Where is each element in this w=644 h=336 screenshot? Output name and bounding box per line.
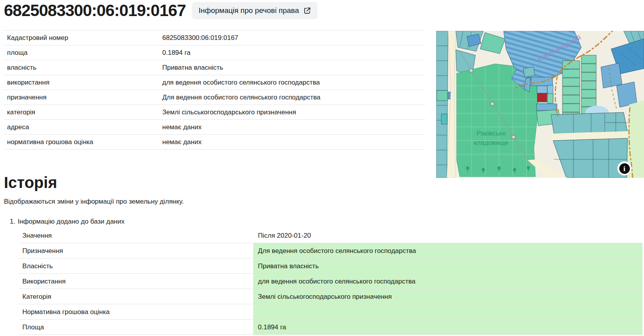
row-label: використання	[4, 75, 159, 90]
selected-parcel[interactable]	[537, 93, 547, 102]
table-row: Значення Після 2020-01-20	[19, 228, 642, 243]
row-value: для ведення особистого селянського госпо…	[253, 274, 642, 289]
row-label: власність	[4, 60, 159, 75]
table-row: Використання для ведення особистого селя…	[19, 274, 642, 289]
table-row: власність Приватна власність	[4, 60, 425, 75]
row-label: площа	[4, 45, 159, 60]
row-label: Площа	[19, 320, 253, 335]
row-value: немає даних	[159, 120, 425, 135]
row-value: немає даних	[159, 135, 425, 150]
row-value: Приватна власність	[159, 60, 425, 75]
page-title: 6825083300:06:019:0167	[4, 2, 186, 19]
row-label: Нормативна грошова оцінка	[19, 304, 253, 320]
table-row: нормативна грошова оцінка немає даних	[4, 135, 425, 150]
row-value: 6825083300:06:019:0167	[159, 31, 425, 45]
row-label: Призначення	[19, 243, 253, 258]
table-row: Площа 0.1894 га	[19, 320, 642, 335]
parcel-summary-section: Кадастровий номер 6825083300:06:019:0167…	[0, 30, 644, 150]
table-row: адреса немає даних	[4, 120, 425, 135]
row-value	[253, 304, 642, 320]
table-row: Кадастровий номер 6825083300:06:019:0167	[4, 31, 425, 45]
history-entry: 1.Інформацію додано до бази даних Значен…	[10, 217, 644, 335]
page-header: 6825083300:06:019:0167 Інформація про ре…	[0, 0, 644, 19]
row-label: Категорія	[19, 289, 253, 304]
row-value: 0.1894 га	[253, 320, 642, 335]
table-row: Категорія Землі сільськогосподарського п…	[19, 289, 642, 304]
table-row: Призначення Для ведення особистого селян…	[19, 243, 642, 258]
row-label: Власність	[19, 258, 253, 274]
row-label: нормативна грошова оцінка	[4, 135, 159, 150]
row-label: Значення	[19, 228, 253, 243]
row-value: Землі сільськогосподарського призначення	[253, 289, 642, 304]
table-row: використання для ведення особистого селя…	[4, 75, 425, 90]
cemetery-label-line1: Раківське	[477, 130, 506, 137]
table-row: Нормативна грошова оцінка	[19, 304, 642, 320]
history-entry-index: 1.	[10, 218, 15, 225]
table-row: призначення Для ведення особистого селян…	[4, 90, 425, 105]
parcel-info-table: Кадастровий номер 6825083300:06:019:0167…	[4, 30, 425, 150]
history-table: Значення Після 2020-01-20 Призначення Дл…	[19, 228, 642, 335]
row-label: Використання	[19, 274, 253, 289]
row-label: адреса	[4, 120, 159, 135]
row-label: призначення	[4, 90, 159, 105]
table-row: площа 0.1894 га	[4, 45, 425, 60]
info-icon: i	[619, 163, 630, 174]
row-value: 0.1894 га	[159, 45, 425, 60]
row-label: категорія	[4, 105, 159, 120]
row-value: Для ведення особистого селянського госпо…	[253, 243, 642, 258]
row-label: Кадастровий номер	[4, 31, 159, 45]
property-rights-button[interactable]: Інформація про речові права	[192, 2, 317, 19]
row-value: Для ведення особистого селянського госпо…	[159, 90, 425, 105]
history-list: 1.Інформацію додано до бази даних Значен…	[0, 217, 644, 335]
external-link-icon	[303, 7, 311, 14]
row-value: Приватна власність	[253, 258, 642, 274]
history-entry-title: Інформацію додано до бази даних	[18, 218, 125, 225]
history-description: Відображаються зміни у інформації про зе…	[4, 197, 644, 206]
property-rights-button-label: Інформація про речові права	[199, 6, 299, 15]
row-value: Після 2020-01-20	[253, 228, 642, 243]
cadastral-map[interactable]: Раківське кладовище	[436, 31, 644, 178]
table-row: Власність Приватна власність	[19, 258, 642, 274]
cemetery-label-line2: кладовище	[474, 139, 508, 146]
table-row: категорія Землі сільськогосподарського п…	[4, 105, 425, 120]
row-value: Землі сільськогосподарського призначення	[159, 105, 425, 120]
map-attribution-button[interactable]: i	[617, 161, 631, 175]
row-value: для ведення особистого селянського госпо…	[159, 75, 425, 90]
